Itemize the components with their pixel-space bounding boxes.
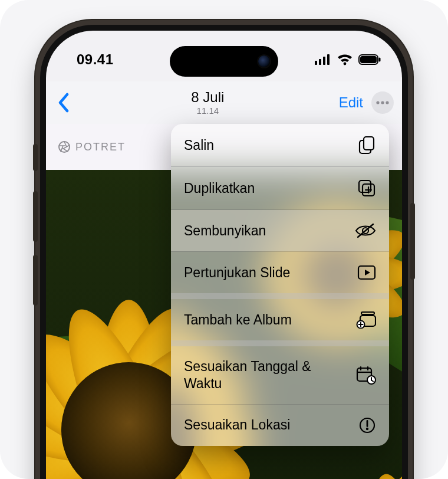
svg-rect-64 bbox=[367, 420, 368, 427]
menu-item-duplicate[interactable]: Duplikatkan bbox=[171, 167, 389, 209]
menu-item-copy[interactable]: Salin bbox=[171, 124, 389, 166]
nav-date: 8 Juli bbox=[77, 90, 339, 104]
svg-rect-3 bbox=[327, 54, 330, 65]
status-icons bbox=[315, 54, 381, 65]
portrait-badge: POTRET bbox=[58, 140, 126, 153]
menu-label: Sembunyikan bbox=[184, 222, 266, 240]
adjust-datetime-icon bbox=[356, 366, 376, 385]
status-time: 09.41 bbox=[77, 51, 114, 68]
svg-rect-42 bbox=[364, 137, 374, 150]
stage: 09.41 bbox=[0, 0, 448, 479]
adjust-location-icon bbox=[358, 416, 376, 434]
svg-rect-1 bbox=[319, 59, 321, 65]
menu-item-adjust-location[interactable]: Sesuaikan Lokasi bbox=[171, 405, 389, 446]
menu-label: Pertunjukan Slide bbox=[184, 264, 290, 281]
battery-icon bbox=[358, 54, 381, 65]
svg-rect-0 bbox=[315, 61, 317, 65]
svg-point-4 bbox=[344, 63, 347, 65]
menu-label: Sesuaikan Lokasi bbox=[184, 416, 290, 434]
nav-bar: 8 Juli 11.14 Edit bbox=[46, 81, 402, 124]
menu-label: Duplikatkan bbox=[184, 180, 255, 197]
nav-title: 8 Juli 11.14 bbox=[77, 90, 339, 116]
svg-point-9 bbox=[381, 101, 384, 104]
svg-rect-6 bbox=[360, 56, 377, 63]
add-album-icon bbox=[356, 311, 376, 329]
more-button[interactable] bbox=[371, 91, 394, 114]
menu-item-add-album[interactable]: Tambah ke Album bbox=[171, 299, 389, 340]
power-button bbox=[410, 203, 415, 280]
svg-point-10 bbox=[386, 101, 388, 104]
svg-rect-51 bbox=[361, 312, 374, 314]
hide-icon bbox=[355, 223, 376, 238]
wifi-icon bbox=[337, 54, 353, 65]
phone-frame: 09.41 bbox=[35, 20, 413, 479]
status-bar: 09.41 bbox=[46, 31, 402, 81]
silent-switch bbox=[33, 144, 38, 171]
menu-label: Salin bbox=[184, 137, 214, 154]
menu-item-adjust-datetime[interactable]: Sesuaikan Tanggal & Waktu bbox=[171, 346, 389, 404]
chevron-left-icon bbox=[57, 93, 70, 113]
svg-point-8 bbox=[376, 101, 379, 104]
svg-point-11 bbox=[59, 142, 70, 152]
ellipsis-icon bbox=[376, 101, 389, 104]
duplicate-icon bbox=[357, 179, 376, 198]
volume-down-button bbox=[33, 255, 38, 306]
svg-point-65 bbox=[366, 427, 368, 429]
back-button[interactable] bbox=[51, 93, 77, 113]
slideshow-icon bbox=[357, 265, 376, 280]
menu-label: Sesuaikan Tanggal & Waktu bbox=[184, 358, 343, 392]
context-menu: Salin Duplikatkan bbox=[171, 124, 389, 446]
svg-rect-2 bbox=[323, 57, 325, 65]
cellular-icon bbox=[315, 54, 331, 65]
screen: 09.41 bbox=[46, 31, 402, 479]
menu-item-hide[interactable]: Sembunyikan bbox=[171, 210, 389, 251]
aperture-icon bbox=[58, 140, 71, 153]
nav-time: 11.14 bbox=[77, 106, 339, 116]
svg-marker-50 bbox=[365, 270, 370, 275]
volume-up-button bbox=[33, 191, 38, 242]
svg-rect-7 bbox=[379, 58, 381, 62]
menu-label: Tambah ke Album bbox=[184, 311, 292, 329]
portrait-label: POTRET bbox=[75, 141, 126, 153]
phone-rim: 09.41 bbox=[40, 25, 408, 479]
edit-button[interactable]: Edit bbox=[339, 94, 363, 111]
copy-icon bbox=[358, 136, 376, 155]
menu-item-slideshow[interactable]: Pertunjukan Slide bbox=[171, 252, 389, 293]
